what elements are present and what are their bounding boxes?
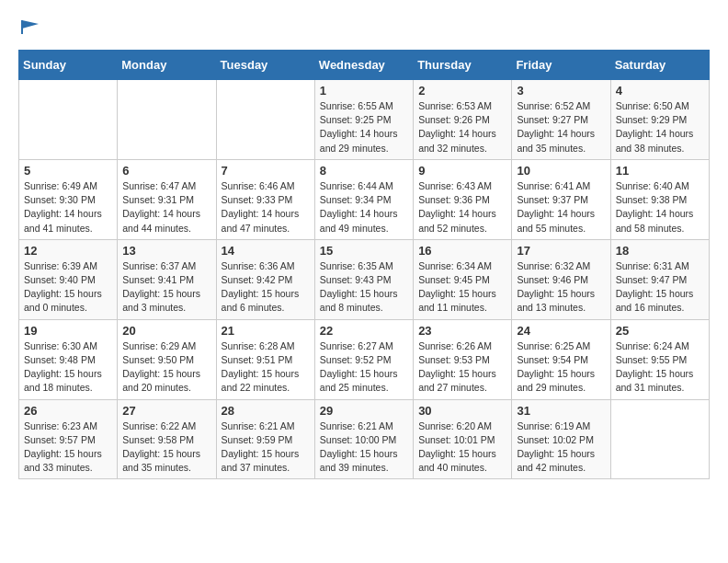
day-number: 20	[122, 324, 210, 338]
calendar-cell: 3Sunrise: 6:52 AM Sunset: 9:27 PM Daylig…	[512, 80, 610, 160]
day-number: 27	[122, 404, 210, 418]
day-number: 19	[24, 324, 112, 338]
calendar-cell: 5Sunrise: 6:49 AM Sunset: 9:30 PM Daylig…	[19, 159, 118, 239]
day-number: 7	[222, 164, 310, 178]
day-info: Sunrise: 6:46 AM Sunset: 9:33 PM Dayligh…	[222, 179, 310, 236]
day-number: 16	[418, 244, 506, 258]
day-number: 31	[517, 404, 605, 418]
weekday-header-row: SundayMondayTuesdayWednesdayThursdayFrid…	[19, 51, 710, 80]
day-number: 21	[222, 324, 310, 338]
day-number: 14	[222, 244, 310, 258]
day-info: Sunrise: 6:40 AM Sunset: 9:38 PM Dayligh…	[616, 179, 704, 236]
day-info: Sunrise: 6:23 AM Sunset: 9:57 PM Dayligh…	[24, 419, 112, 476]
day-info: Sunrise: 6:32 AM Sunset: 9:46 PM Dayligh…	[517, 259, 605, 316]
calendar-cell: 25Sunrise: 6:24 AM Sunset: 9:55 PM Dayli…	[610, 319, 709, 399]
calendar-cell: 28Sunrise: 6:21 AM Sunset: 9:59 PM Dayli…	[216, 399, 314, 479]
logo-flag-icon	[20, 18, 40, 35]
calendar-cell: 26Sunrise: 6:23 AM Sunset: 9:57 PM Dayli…	[19, 399, 118, 479]
calendar-cell: 29Sunrise: 6:21 AM Sunset: 10:00 PM Dayl…	[314, 399, 413, 479]
calendar-cell	[610, 399, 709, 479]
day-info: Sunrise: 6:20 AM Sunset: 10:01 PM Daylig…	[418, 419, 506, 476]
calendar-week-row: 1Sunrise: 6:55 AM Sunset: 9:25 PM Daylig…	[19, 80, 710, 160]
calendar-cell: 13Sunrise: 6:37 AM Sunset: 9:41 PM Dayli…	[118, 239, 216, 319]
day-info: Sunrise: 6:41 AM Sunset: 9:37 PM Dayligh…	[517, 179, 605, 236]
calendar-cell: 2Sunrise: 6:53 AM Sunset: 9:26 PM Daylig…	[414, 80, 512, 160]
calendar-cell: 20Sunrise: 6:29 AM Sunset: 9:50 PM Dayli…	[118, 319, 216, 399]
calendar-cell: 14Sunrise: 6:36 AM Sunset: 9:42 PM Dayli…	[216, 239, 314, 319]
calendar-cell: 18Sunrise: 6:31 AM Sunset: 9:47 PM Dayli…	[610, 239, 709, 319]
calendar-cell: 31Sunrise: 6:19 AM Sunset: 10:02 PM Dayl…	[512, 399, 610, 479]
svg-marker-0	[22, 20, 39, 29]
day-info: Sunrise: 6:44 AM Sunset: 9:34 PM Dayligh…	[320, 179, 408, 236]
calendar-week-row: 26Sunrise: 6:23 AM Sunset: 9:57 PM Dayli…	[19, 399, 710, 479]
day-info: Sunrise: 6:21 AM Sunset: 10:00 PM Daylig…	[320, 419, 408, 476]
day-number: 28	[222, 404, 310, 418]
day-number: 4	[616, 84, 704, 98]
day-number: 5	[24, 164, 112, 178]
logo	[18, 18, 44, 35]
day-info: Sunrise: 6:37 AM Sunset: 9:41 PM Dayligh…	[122, 259, 210, 316]
calendar-cell: 9Sunrise: 6:43 AM Sunset: 9:36 PM Daylig…	[414, 159, 512, 239]
calendar-week-row: 12Sunrise: 6:39 AM Sunset: 9:40 PM Dayli…	[19, 239, 710, 319]
calendar-cell: 21Sunrise: 6:28 AM Sunset: 9:51 PM Dayli…	[216, 319, 314, 399]
day-number: 25	[616, 324, 704, 338]
calendar-cell: 10Sunrise: 6:41 AM Sunset: 9:37 PM Dayli…	[512, 159, 610, 239]
day-info: Sunrise: 6:21 AM Sunset: 9:59 PM Dayligh…	[222, 419, 310, 476]
day-info: Sunrise: 6:25 AM Sunset: 9:54 PM Dayligh…	[517, 339, 605, 396]
calendar-cell	[19, 80, 118, 160]
calendar-cell: 19Sunrise: 6:30 AM Sunset: 9:48 PM Dayli…	[19, 319, 118, 399]
calendar-cell: 15Sunrise: 6:35 AM Sunset: 9:43 PM Dayli…	[314, 239, 413, 319]
day-info: Sunrise: 6:53 AM Sunset: 9:26 PM Dayligh…	[418, 99, 506, 155]
day-info: Sunrise: 6:39 AM Sunset: 9:40 PM Dayligh…	[24, 259, 112, 316]
calendar-cell: 8Sunrise: 6:44 AM Sunset: 9:34 PM Daylig…	[314, 159, 413, 239]
day-info: Sunrise: 6:36 AM Sunset: 9:42 PM Dayligh…	[222, 259, 310, 316]
day-info: Sunrise: 6:22 AM Sunset: 9:58 PM Dayligh…	[122, 419, 210, 476]
day-info: Sunrise: 6:30 AM Sunset: 9:48 PM Dayligh…	[24, 339, 112, 396]
day-number: 26	[24, 404, 112, 418]
calendar-week-row: 5Sunrise: 6:49 AM Sunset: 9:30 PM Daylig…	[19, 159, 710, 239]
day-number: 18	[616, 244, 704, 258]
day-info: Sunrise: 6:29 AM Sunset: 9:50 PM Dayligh…	[122, 339, 210, 396]
day-number: 2	[418, 84, 506, 98]
calendar-cell: 17Sunrise: 6:32 AM Sunset: 9:46 PM Dayli…	[512, 239, 610, 319]
day-info: Sunrise: 6:43 AM Sunset: 9:36 PM Dayligh…	[418, 179, 506, 236]
day-info: Sunrise: 6:24 AM Sunset: 9:55 PM Dayligh…	[616, 339, 704, 396]
day-info: Sunrise: 6:49 AM Sunset: 9:30 PM Dayligh…	[24, 179, 112, 236]
day-info: Sunrise: 6:31 AM Sunset: 9:47 PM Dayligh…	[616, 259, 704, 316]
day-number: 23	[418, 324, 506, 338]
day-number: 12	[24, 244, 112, 258]
calendar-cell: 22Sunrise: 6:27 AM Sunset: 9:52 PM Dayli…	[314, 319, 413, 399]
calendar-cell: 4Sunrise: 6:50 AM Sunset: 9:29 PM Daylig…	[610, 80, 709, 160]
day-number: 1	[320, 84, 408, 98]
page-header	[18, 18, 710, 35]
calendar-cell: 30Sunrise: 6:20 AM Sunset: 10:01 PM Dayl…	[414, 399, 512, 479]
weekday-header: Sunday	[19, 51, 118, 80]
day-info: Sunrise: 6:19 AM Sunset: 10:02 PM Daylig…	[517, 419, 605, 476]
calendar-table: SundayMondayTuesdayWednesdayThursdayFrid…	[18, 50, 710, 479]
calendar-cell: 6Sunrise: 6:47 AM Sunset: 9:31 PM Daylig…	[118, 159, 216, 239]
day-info: Sunrise: 6:27 AM Sunset: 9:52 PM Dayligh…	[320, 339, 408, 396]
day-number: 22	[320, 324, 408, 338]
calendar-cell: 16Sunrise: 6:34 AM Sunset: 9:45 PM Dayli…	[414, 239, 512, 319]
calendar-cell: 12Sunrise: 6:39 AM Sunset: 9:40 PM Dayli…	[19, 239, 118, 319]
weekday-header: Wednesday	[314, 51, 413, 80]
day-info: Sunrise: 6:47 AM Sunset: 9:31 PM Dayligh…	[122, 179, 210, 236]
day-info: Sunrise: 6:26 AM Sunset: 9:53 PM Dayligh…	[418, 339, 506, 396]
day-number: 9	[418, 164, 506, 178]
day-number: 11	[616, 164, 704, 178]
calendar-cell: 1Sunrise: 6:55 AM Sunset: 9:25 PM Daylig…	[314, 80, 413, 160]
day-info: Sunrise: 6:28 AM Sunset: 9:51 PM Dayligh…	[222, 339, 310, 396]
calendar-cell: 11Sunrise: 6:40 AM Sunset: 9:38 PM Dayli…	[610, 159, 709, 239]
calendar-cell	[216, 80, 314, 160]
weekday-header: Monday	[118, 51, 216, 80]
day-number: 10	[517, 164, 605, 178]
calendar-cell: 7Sunrise: 6:46 AM Sunset: 9:33 PM Daylig…	[216, 159, 314, 239]
day-number: 24	[517, 324, 605, 338]
day-number: 8	[320, 164, 408, 178]
calendar-cell: 27Sunrise: 6:22 AM Sunset: 9:58 PM Dayli…	[118, 399, 216, 479]
day-number: 13	[122, 244, 210, 258]
calendar-week-row: 19Sunrise: 6:30 AM Sunset: 9:48 PM Dayli…	[19, 319, 710, 399]
calendar-cell	[118, 80, 216, 160]
day-number: 30	[418, 404, 506, 418]
day-number: 15	[320, 244, 408, 258]
